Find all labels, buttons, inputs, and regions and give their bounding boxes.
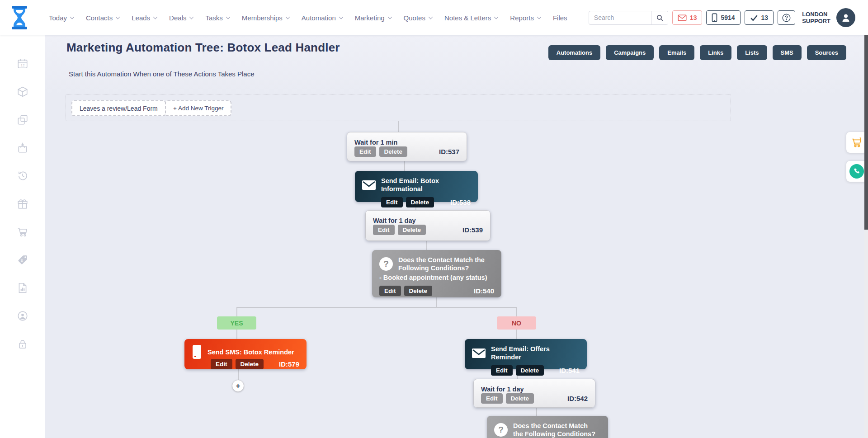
- automation-canvas: Marketing Automation Tree: Botox Lead Ha…: [45, 35, 868, 438]
- history-icon[interactable]: [17, 170, 28, 182]
- branch-connector: [236, 307, 517, 308]
- node-wait-542[interactable]: Wait for 1 day Edit Delete ID:542: [473, 379, 595, 408]
- page-subtitle: Start this Automation When one of These …: [69, 70, 255, 78]
- delete-button[interactable]: Delete: [379, 146, 408, 157]
- user-name: LONDON SUPPORT: [802, 11, 830, 24]
- connector: [516, 330, 517, 339]
- chevron-down-icon: [153, 14, 158, 19]
- tasks-done-button[interactable]: 13: [745, 10, 774, 25]
- edit-button[interactable]: Edit: [491, 365, 513, 376]
- edit-button[interactable]: Edit: [373, 225, 395, 235]
- delete-button[interactable]: Delete: [406, 197, 434, 207]
- node-id: ID:537: [439, 148, 459, 155]
- nav-contacts[interactable]: Contacts: [86, 14, 119, 22]
- connector: [426, 241, 427, 250]
- nav-reports[interactable]: Reports: [510, 14, 541, 22]
- search-icon[interactable]: [651, 11, 668, 24]
- chevron-down-icon: [537, 14, 541, 19]
- edit-button[interactable]: Edit: [379, 286, 401, 296]
- sms-count: 5914: [721, 14, 735, 21]
- package-icon[interactable]: [17, 86, 28, 98]
- nav-memberships[interactable]: Memberships: [242, 14, 289, 22]
- edit-button[interactable]: Edit: [211, 359, 232, 369]
- node-title: Wait for 1 day: [373, 217, 483, 225]
- branch-no-label: NO: [497, 316, 536, 330]
- nav-files[interactable]: Files: [553, 14, 567, 22]
- nav-marketing[interactable]: Marketing: [355, 14, 392, 22]
- email-notifications-button[interactable]: 13: [672, 10, 703, 25]
- node-email-541[interactable]: Send Email: Offers Reminder Edit Delete …: [465, 339, 587, 369]
- automations-button[interactable]: Automations: [548, 45, 600, 60]
- whatsapp-phone-icon: [849, 164, 864, 179]
- nav-leads[interactable]: Leads: [132, 14, 157, 22]
- node-title: Send SMS: Botox Reminder: [208, 348, 294, 356]
- node-sms-579[interactable]: Send SMS: Botox Reminder Edit Delete ID:…: [184, 339, 307, 369]
- node-condition-540[interactable]: ? Does the Contact Match the Following C…: [372, 250, 501, 297]
- links-button[interactable]: Links: [700, 45, 731, 60]
- sources-button[interactable]: Sources: [807, 45, 846, 60]
- add-new-trigger-button[interactable]: + Add New Trigger: [165, 100, 231, 116]
- cart-icon[interactable]: [17, 226, 28, 238]
- page-title: Marketing Automation Tree: Botox Lead Ha…: [66, 41, 340, 55]
- vertical-scrollbar-thumb[interactable]: [864, 35, 868, 230]
- connector: [404, 161, 405, 171]
- node-wait-539[interactable]: Wait for 1 day Edit Delete ID:539: [365, 210, 491, 241]
- mobile-phone-icon: [712, 13, 717, 22]
- connector: [236, 330, 237, 339]
- app-logo-hourglass-icon[interactable]: [10, 5, 29, 30]
- nav-automation[interactable]: Automation: [302, 14, 343, 22]
- nav-tasks[interactable]: Tasks: [205, 14, 229, 22]
- nav-quotes[interactable]: Quotes: [404, 14, 432, 22]
- lock-icon[interactable]: [17, 338, 28, 350]
- connector: [536, 408, 537, 416]
- chevron-down-icon: [116, 14, 120, 19]
- delete-button[interactable]: Delete: [516, 365, 544, 376]
- add-step-button[interactable]: +: [232, 380, 244, 392]
- node-condition-bottom[interactable]: ? Does the Contact Match the Following C…: [487, 416, 608, 438]
- edit-button[interactable]: Edit: [354, 146, 376, 157]
- chevron-down-icon: [226, 14, 230, 19]
- node-id: ID:540: [474, 287, 494, 295]
- edit-button[interactable]: Edit: [381, 197, 403, 207]
- user-avatar[interactable]: [836, 8, 855, 27]
- delete-button[interactable]: Delete: [404, 286, 433, 296]
- chevron-down-icon: [189, 14, 194, 19]
- search-input[interactable]: [589, 14, 651, 21]
- delete-button[interactable]: Delete: [236, 359, 264, 369]
- connector: [516, 308, 517, 316]
- condition-criteria: - Booked appointment (any status): [379, 274, 494, 281]
- question-mark-icon: [782, 13, 791, 23]
- copy-icon[interactable]: [17, 114, 28, 126]
- chevron-down-icon: [387, 14, 392, 19]
- node-wait-537[interactable]: Wait for 1 min Edit Delete ID:537: [347, 132, 467, 161]
- help-button[interactable]: [778, 10, 795, 25]
- account-icon[interactable]: [17, 310, 28, 322]
- header-right: 13 5914 13 LONDON SUPPORT: [589, 8, 855, 27]
- vertical-scrollbar-track[interactable]: [864, 35, 868, 438]
- node-title: Does the Contact Match the Following Con…: [398, 256, 491, 272]
- trigger-chip[interactable]: Leaves a review/Lead Form: [71, 100, 166, 116]
- lists-button[interactable]: Lists: [737, 45, 767, 60]
- node-id: ID:542: [567, 395, 588, 402]
- campaigns-button[interactable]: Campaigns: [606, 45, 654, 60]
- sms-button[interactable]: SMS: [773, 45, 802, 60]
- gift-icon[interactable]: [17, 198, 28, 210]
- delete-button[interactable]: Delete: [398, 225, 426, 235]
- report-icon[interactable]: [17, 282, 28, 294]
- chevron-down-icon: [70, 14, 75, 19]
- shopping-bag-icon[interactable]: [17, 142, 28, 154]
- price-tag-icon[interactable]: $: [17, 254, 28, 266]
- calendar-icon[interactable]: 12: [17, 58, 28, 70]
- node-email-538[interactable]: Send Email: Botox Informational Edit Del…: [355, 171, 478, 202]
- edit-button[interactable]: Edit: [481, 393, 503, 404]
- sms-credits-button[interactable]: 5914: [706, 10, 740, 25]
- nav-notes-letters[interactable]: Notes & Letters: [444, 14, 498, 22]
- node-title: Wait for 1 min: [354, 138, 459, 146]
- emails-button[interactable]: Emails: [659, 45, 694, 60]
- check-icon: [750, 14, 758, 21]
- nav-today[interactable]: Today: [49, 14, 74, 22]
- question-mark-icon: ?: [494, 423, 508, 437]
- nav-deals[interactable]: Deals: [169, 14, 193, 22]
- delete-button[interactable]: Delete: [506, 393, 534, 404]
- question-mark-icon: ?: [379, 257, 393, 271]
